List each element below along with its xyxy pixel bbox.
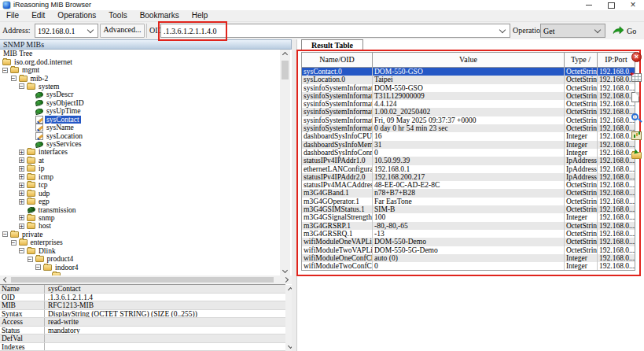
collapse-icon[interactable]: − [35,264,41,270]
tree-item-private[interactable]: −private [0,231,280,238]
document-icon[interactable] [631,92,639,102]
tree-item-sysobjectid[interactable]: sysObjectID [0,99,280,107]
property-label: Name [0,285,45,293]
chevron-down-icon[interactable] [87,26,94,32]
advanced-button[interactable]: Advanced... [100,24,145,38]
open-folder-icon[interactable] [631,152,642,159]
tree-item-label: snmp [37,214,57,222]
tree-item-label: product4 [46,255,75,263]
tree-item-syscontact[interactable]: sysContact [0,116,280,124]
tree-item-udp[interactable]: +udp [0,189,280,197]
chevron-down-icon[interactable] [594,26,601,32]
tree-item-system[interactable]: −system [0,83,280,91]
collapse-icon[interactable]: − [11,240,17,246]
tree-item-label: mgmt [20,66,41,74]
go-button[interactable]: Go [613,24,641,37]
property-row-mib[interactable]: MIBRFC1213-MIB [0,301,285,310]
tree-horizontal-scrollbar[interactable] [0,275,292,284]
tree-item-transmission[interactable]: transmission [0,205,280,213]
expand-icon[interactable]: + [19,215,24,220]
search-icon[interactable] [631,113,638,120]
menu-help[interactable]: Help [186,10,215,21]
property-row-name[interactable]: NamesysContact [0,285,285,294]
collapse-icon[interactable]: − [19,83,24,89]
folder-icon [27,174,35,180]
minimize-icon[interactable] [578,0,600,10]
chart-icon[interactable] [631,131,642,140]
expand-icon[interactable]: + [19,157,24,163]
expand-icon[interactable]: + [19,190,24,196]
tree-item-icmp[interactable]: +icmp [0,173,280,181]
address-combobox[interactable]: 192.168.0.1 [35,24,98,38]
tree-item-product4[interactable]: −product4 [0,255,280,263]
pen-icon [35,116,43,124]
scroll-up-icon[interactable] [280,50,290,58]
property-row-status[interactable]: Statusmandatory [0,327,285,335]
tree-item-sysname[interactable]: sysName [0,124,280,131]
collapse-icon[interactable]: − [2,68,8,73]
tree-item-sysservices[interactable]: sysServices [0,140,280,148]
scroll-down-icon[interactable] [280,267,290,275]
collapse-icon[interactable]: − [28,257,33,262]
window-title: iReasoning MIB Browser [13,0,91,10]
scroll-right-icon[interactable] [282,275,292,284]
expand-icon[interactable]: + [19,150,24,155]
tree-item-indoor4[interactable]: −indoor4 [0,263,280,271]
tree-item-snmp[interactable]: +snmp [0,214,280,222]
property-row-access[interactable]: Accessread-write [0,318,285,327]
tree-item-tcp[interactable]: +tcp [0,181,280,189]
tree-item-interfaces[interactable]: +interfaces [0,148,280,156]
property-label: Indexes [0,343,45,351]
tree-item-at[interactable]: +at [0,157,280,164]
tree-item-host[interactable]: +host [0,222,280,230]
collapse-icon[interactable]: − [19,248,24,253]
restore-icon[interactable] [600,0,622,10]
menu-bookmarks[interactable]: Bookmarks [134,10,186,21]
tab-result-table[interactable]: Result Table [301,39,363,50]
property-row-indexes[interactable]: Indexes [0,343,285,351]
expand-icon[interactable]: + [19,199,24,205]
menu-tools[interactable]: Tools [102,10,133,21]
menu-operations[interactable]: Operations [51,10,102,21]
collapse-icon[interactable]: − [11,76,17,81]
mib-tree: MIB Treeiso.org.dod.internet−mgmt−mib-2−… [0,50,280,275]
tree-item-enterprises[interactable]: −enterprises [0,238,280,246]
expand-icon[interactable]: + [19,166,24,172]
property-row-syntax[interactable]: SyntaxDisplayString (OCTET STRING) (SIZE… [0,310,285,319]
scrollbar-thumb[interactable] [11,277,274,283]
tree-item-sysdescr[interactable]: sysDescr [0,91,280,98]
scroll-left-icon[interactable] [0,275,10,284]
tree-item-mgmt[interactable]: −mgmt [0,66,280,74]
folder-icon [27,182,35,188]
tree-item-label: mib-2 [29,75,50,83]
scrollbar-thumb[interactable] [282,61,289,79]
folder-icon [27,223,35,229]
collapse-icon[interactable]: − [2,231,8,237]
operations-select[interactable]: Get [540,24,605,38]
export-table-icon[interactable] [631,73,642,82]
expand-icon[interactable]: + [19,174,24,179]
menu-file[interactable]: File [0,10,25,21]
delete-result-icon[interactable]: × [631,52,642,62]
tree-vertical-scrollbar[interactable] [280,50,290,275]
tree-item-iso-org-dod-internet[interactable]: iso.org.dod.internet [0,57,280,65]
tree-item-egp[interactable]: +egp [0,198,280,205]
tree-item-dlink[interactable]: −Dlink [0,247,280,255]
tree-item-mib-tree[interactable]: MIB Tree [0,50,280,57]
leaf-icon [35,91,43,98]
tree-item-sysuptime[interactable]: sysUpTime [0,107,280,115]
menu-edit[interactable]: Edit [25,10,51,21]
expand-icon[interactable]: + [19,224,24,229]
tree-item-syslocation[interactable]: sysLocation [0,131,280,139]
tree-item-mib-2[interactable]: −mib-2 [0,74,280,82]
leaf-icon [35,99,43,106]
expand-icon[interactable]: + [19,183,24,188]
tree-item-label: private [20,231,44,238]
property-row-defval[interactable]: DefVal [0,334,285,343]
folder-icon [27,83,35,90]
property-label: Status [0,327,45,334]
chevron-down-icon[interactable] [499,26,506,32]
close-icon[interactable]: × [622,0,644,10]
tree-item-ip[interactable]: +ip [0,164,280,172]
property-row-oid[interactable]: OID.1.3.6.1.2.1.1.4 [0,294,285,302]
